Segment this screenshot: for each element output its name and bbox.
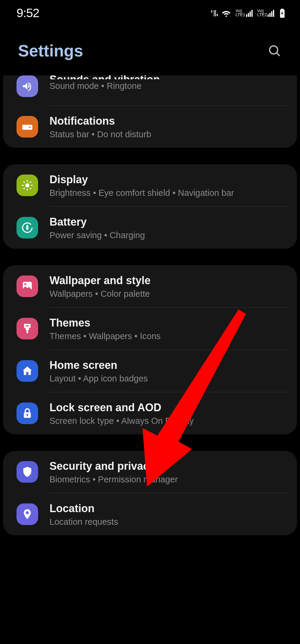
setting-sounds-and-vibration[interactable]: Sounds and vibration Sound mode • Ringto…: [3, 75, 297, 105]
wallpaper-icon: [16, 275, 38, 297]
themes-icon: [16, 318, 38, 339]
shield-icon: [16, 461, 38, 483]
settings-header: Settings: [0, 26, 300, 75]
signal1-icon: [246, 10, 253, 17]
setting-themes[interactable]: Themes Themes • Wallpapers • Icons: [3, 308, 297, 350]
settings-group-personalization: Wallpaper and style Wallpapers • Color p…: [3, 265, 297, 434]
row-title: Notifications: [50, 114, 288, 128]
row-title: Home screen: [50, 358, 288, 372]
row-subtitle: Biometrics • Permission manager: [50, 475, 288, 485]
wifi-icon: [222, 9, 231, 17]
row-title: Sounds and vibration: [50, 75, 288, 79]
setting-security-and-privacy[interactable]: Security and privacy Biometrics • Permis…: [3, 451, 297, 493]
setting-location[interactable]: Location Location requests: [3, 493, 297, 535]
status-time: 9:52: [16, 6, 39, 20]
search-icon: [268, 44, 281, 58]
battery-charging-icon: [280, 9, 285, 18]
row-subtitle: Status bar • Do not disturb: [50, 129, 288, 139]
sim1-indicator: Vo)) LTE1: [236, 9, 252, 17]
status-icons: Vo)) LTE1 Vo)) LTE2: [210, 9, 285, 18]
notifications-icon: [16, 116, 38, 138]
page-title: Settings: [18, 41, 83, 60]
display-icon: [16, 175, 38, 196]
svg-rect-20: [27, 415, 28, 416]
row-subtitle: Themes • Wallpapers • Icons: [50, 331, 288, 341]
row-title: Display: [50, 173, 288, 186]
status-bar: 9:52 Vo)) LTE1 Vo)) LTE2: [0, 0, 300, 26]
svg-line-12: [30, 182, 31, 183]
row-title: Location: [50, 502, 288, 515]
svg-line-10: [30, 188, 31, 189]
lte2-label: LTE2: [257, 13, 267, 17]
lte1-label: LTE1: [236, 13, 245, 17]
svg-point-4: [25, 183, 29, 187]
row-subtitle: Sound mode • Ringtone: [50, 81, 288, 91]
setting-wallpaper-and-style[interactable]: Wallpaper and style Wallpapers • Color p…: [3, 265, 297, 307]
svg-rect-1: [281, 9, 284, 10]
search-button[interactable]: [267, 43, 282, 58]
row-title: Themes: [50, 316, 288, 330]
svg-line-9: [24, 182, 25, 183]
sim2-indicator: Vo)) LTE2: [257, 9, 274, 17]
row-subtitle: Power saving • Charging: [50, 230, 288, 240]
setting-lock-screen-and-aod[interactable]: Lock screen and AOD Screen lock type • A…: [3, 392, 297, 434]
setting-home-screen[interactable]: Home screen Layout • App icon badges: [3, 350, 297, 392]
vibrate-muted-icon: [210, 9, 219, 17]
battery-icon: [16, 217, 38, 238]
lock-icon: [16, 402, 38, 424]
setting-battery[interactable]: Battery Power saving • Charging: [3, 207, 297, 249]
svg-rect-14: [26, 226, 28, 230]
sound-icon: [16, 75, 38, 97]
setting-display[interactable]: Display Brightness • Eye comfort shield …: [3, 164, 297, 206]
row-subtitle: Wallpapers • Color palette: [50, 289, 288, 299]
svg-point-17: [24, 283, 26, 285]
row-title: Wallpaper and style: [50, 274, 288, 287]
row-subtitle: Location requests: [50, 517, 288, 527]
signal2-icon: [268, 10, 274, 17]
settings-group-display-battery: Display Brightness • Eye comfort shield …: [3, 164, 297, 249]
location-icon: [16, 503, 38, 525]
svg-point-2: [270, 46, 278, 54]
settings-group-security-location: Security and privacy Biometrics • Permis…: [3, 451, 297, 535]
svg-rect-15: [27, 225, 28, 226]
svg-line-11: [24, 188, 25, 189]
row-subtitle: Layout • App icon badges: [50, 374, 288, 384]
row-title: Battery: [50, 215, 288, 229]
row-subtitle: Brightness • Eye comfort shield • Naviga…: [50, 188, 288, 198]
setting-notifications[interactable]: Notifications Status bar • Do not distur…: [3, 106, 297, 148]
row-title: Lock screen and AOD: [50, 401, 288, 414]
home-icon: [16, 360, 38, 382]
row-title: Security and privacy: [50, 459, 288, 473]
row-subtitle: Screen lock type • Always On Display: [50, 416, 288, 426]
settings-group-sounds-notifications: Sounds and vibration Sound mode • Ringto…: [3, 75, 297, 148]
svg-line-3: [277, 53, 280, 56]
